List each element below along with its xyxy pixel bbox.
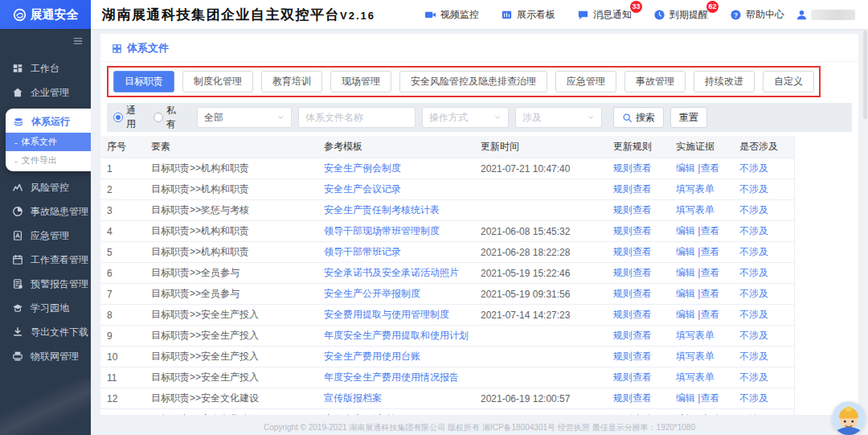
sidebar-subitem-file-export[interactable]: 文件导出: [6, 151, 91, 170]
involved-link[interactable]: 不涉及: [739, 371, 768, 383]
sidebar-item-accident-hazard[interactable]: 事故隐患管理: [0, 199, 91, 224]
involved-link[interactable]: 不涉及: [739, 392, 768, 404]
evidence-link[interactable]: 查看: [700, 288, 719, 299]
rule-view-link[interactable]: 规则查看: [613, 371, 652, 383]
sidebar-item-enterprise-mgmt[interactable]: 企业管理: [0, 80, 91, 105]
evidence-link[interactable]: 编辑: [676, 225, 695, 236]
template-link[interactable]: 安全生产例会制度: [324, 162, 401, 174]
sidebar-item-warning-report[interactable]: 预警报告管理: [0, 272, 91, 296]
tab-持续改进[interactable]: 持续改进: [694, 71, 755, 92]
rule-view-link[interactable]: 规则查看: [613, 162, 652, 174]
sidebar-subitem-system-files[interactable]: 体系文件: [6, 133, 91, 151]
template-link[interactable]: 年度安全生产费用提取和使用计划: [324, 330, 469, 341]
template-link[interactable]: 年度安全生产费用使用情况报告: [324, 371, 459, 383]
rule-view-link[interactable]: 规则查看: [613, 392, 652, 404]
scrollbar-thumb[interactable]: [863, 31, 867, 119]
evidence-link[interactable]: 填写表单: [676, 351, 714, 362]
sidebar-item-risk-control[interactable]: 风险管控: [0, 175, 91, 199]
tab-教育培训[interactable]: 教育培训: [261, 71, 322, 92]
evidence-link[interactable]: 编辑: [676, 413, 695, 415]
template-link[interactable]: 安全生产公开举报制度: [324, 288, 420, 299]
sidebar-item-iot-mgmt[interactable]: 物联网管理: [0, 344, 91, 368]
evidence-link[interactable]: 查看: [700, 309, 719, 320]
sidebar-item-system-run[interactable]: 体系运行: [6, 111, 91, 133]
sidebar-collapse-button[interactable]: [72, 35, 84, 47]
rule-view-link[interactable]: 规则查看: [613, 413, 652, 415]
evidence-link[interactable]: 填写表单: [676, 371, 714, 383]
tab-目标职责[interactable]: 目标职责: [113, 71, 174, 92]
evidence-link[interactable]: 编辑: [676, 392, 695, 404]
tab-应急管理[interactable]: 应急管理: [555, 71, 616, 92]
helper-mascot-button[interactable]: [832, 401, 866, 435]
template-link[interactable]: 安全生产费用使用台账: [324, 351, 420, 362]
nav-help-center[interactable]: ?帮助中心: [730, 8, 784, 22]
tab-安全风险管控及隐患排查治理[interactable]: 安全风险管控及隐患排查治理: [399, 71, 547, 92]
involve-select[interactable]: 涉及: [515, 107, 602, 128]
template-link[interactable]: 宣传版报档案: [324, 392, 382, 404]
tab-自定义[interactable]: 自定义: [763, 71, 814, 92]
template-link[interactable]: 安全生产月活动记录: [324, 413, 411, 415]
rule-view-link[interactable]: 规则查看: [613, 183, 652, 195]
rule-view-link[interactable]: 规则查看: [613, 225, 652, 236]
rule-view-link[interactable]: 规则查看: [613, 246, 652, 257]
radio-common[interactable]: 通用: [113, 104, 144, 131]
sidebar-item-export-download[interactable]: 导出文件下载: [0, 320, 91, 344]
involved-link[interactable]: 不涉及: [739, 351, 768, 362]
evidence-link[interactable]: 编辑: [676, 162, 695, 174]
involved-link[interactable]: 不涉及: [739, 204, 768, 215]
involved-link[interactable]: 不涉及: [739, 183, 768, 195]
template-link[interactable]: 领导干部带班记录: [324, 246, 401, 257]
template-link[interactable]: 领导干部现场带班管理制度: [324, 225, 440, 236]
rule-view-link[interactable]: 规则查看: [613, 309, 652, 320]
involved-link[interactable]: 不涉及: [739, 288, 768, 299]
rule-view-link[interactable]: 规则查看: [613, 204, 652, 215]
nav-video-monitor[interactable]: 视频监控: [424, 8, 479, 22]
evidence-link[interactable]: 查看: [700, 267, 719, 278]
scrollbar[interactable]: [862, 29, 868, 435]
evidence-link[interactable]: 查看: [700, 162, 719, 174]
reset-button[interactable]: 重置: [670, 107, 707, 128]
evidence-link[interactable]: 查看: [700, 246, 719, 257]
sidebar-item-study-garden[interactable]: 学习园地: [0, 296, 91, 320]
template-link[interactable]: 安全承诺书及安全承诺活动照片: [324, 267, 459, 278]
involved-link[interactable]: 不涉及: [739, 246, 768, 257]
evidence-link[interactable]: 查看: [700, 392, 719, 404]
rule-view-link[interactable]: 规则查看: [613, 330, 652, 341]
tab-事故管理[interactable]: 事故管理: [624, 71, 686, 92]
app-logo[interactable]: 展通安全: [0, 0, 91, 29]
evidence-link[interactable]: 填写表单: [676, 183, 714, 195]
radio-private[interactable]: 私有: [154, 104, 184, 131]
rule-view-link[interactable]: 规则查看: [613, 351, 652, 362]
template-link[interactable]: 安全生产会议记录: [324, 183, 401, 195]
involved-link[interactable]: 不涉及: [739, 330, 768, 341]
nav-message-notice[interactable]: 消息通知33: [577, 8, 632, 22]
involved-link[interactable]: 不涉及: [739, 309, 768, 320]
evidence-link[interactable]: 填写表单: [676, 330, 714, 341]
involved-link[interactable]: 不涉及: [739, 162, 768, 174]
file-name-input[interactable]: [298, 107, 416, 128]
sidebar-item-emergency-mgmt[interactable]: 应急管理: [0, 224, 91, 248]
template-link[interactable]: 安全费用提取与使用管理制度: [324, 309, 449, 320]
involved-link[interactable]: 不涉及: [739, 225, 768, 236]
evidence-link[interactable]: 填写表单: [676, 204, 714, 215]
nav-display-board[interactable]: 展示看板: [501, 8, 555, 22]
involved-link[interactable]: 不涉及: [739, 267, 768, 278]
tab-制度化管理[interactable]: 制度化管理: [182, 71, 253, 92]
nav-expiry-reminder[interactable]: 到期提醒62: [653, 8, 708, 22]
rule-view-link[interactable]: 规则查看: [613, 288, 652, 299]
sidebar-item-work-review[interactable]: 工作查看管理: [0, 248, 91, 272]
evidence-link[interactable]: 查看: [700, 413, 719, 415]
template-link[interactable]: 安全生产责任制考核统计表: [324, 204, 440, 215]
rule-view-link[interactable]: 规则查看: [613, 267, 652, 278]
tab-现场管理[interactable]: 现场管理: [330, 71, 391, 92]
category-select[interactable]: 全部: [197, 107, 292, 128]
user-account[interactable]: [796, 9, 868, 21]
operation-select[interactable]: 操作方式: [422, 107, 509, 128]
evidence-link[interactable]: 编辑: [676, 267, 695, 278]
evidence-link[interactable]: 查看: [700, 225, 719, 236]
evidence-link[interactable]: 编辑: [676, 309, 695, 320]
evidence-link[interactable]: 编辑: [676, 246, 695, 257]
evidence-link[interactable]: 编辑: [676, 288, 695, 299]
involved-link[interactable]: 不涉及: [739, 413, 768, 415]
search-button[interactable]: 搜索: [613, 107, 664, 128]
